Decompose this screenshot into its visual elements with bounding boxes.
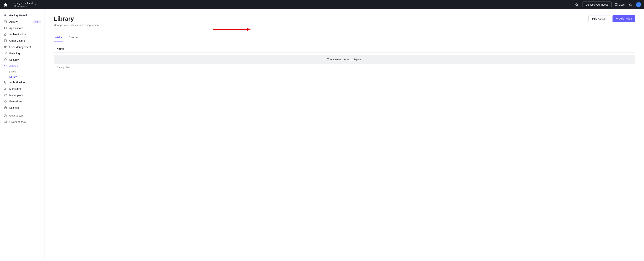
- build-custom-button[interactable]: Build Custom: [588, 15, 610, 22]
- sidebar-item-label: Security: [9, 58, 37, 61]
- svg-point-26: [6, 101, 7, 102]
- feedback-icon: [4, 120, 7, 124]
- svg-marker-35: [247, 28, 251, 31]
- svg-point-0: [576, 3, 578, 5]
- sidebar-item-actions[interactable]: Actions: [0, 63, 44, 69]
- chevron-down-icon: [35, 3, 37, 6]
- docs-label: Docs: [619, 3, 624, 6]
- bars-icon: [4, 87, 7, 90]
- page-actions: Build Custom Add Action: [588, 15, 635, 22]
- svg-point-27: [4, 101, 5, 102]
- sidebar-item-organizations[interactable]: Organizations: [0, 38, 44, 44]
- sidebar-item-label: Activity: [9, 20, 30, 23]
- marketplace-icon: [4, 93, 7, 97]
- bell-icon: [629, 3, 632, 6]
- svg-rect-18: [6, 88, 6, 90]
- svg-point-25: [5, 100, 6, 101]
- chart-icon: [4, 20, 7, 23]
- sidebar-subitem-flows[interactable]: Flows: [9, 69, 44, 74]
- search-icon: [575, 3, 578, 6]
- help-icon: [4, 114, 7, 117]
- sidebar-footer: Get support Give feedback: [0, 112, 44, 125]
- header-left: verify-email-test Development: [3, 2, 37, 7]
- chevron-right-icon: [39, 27, 41, 29]
- sidebar-item-applications[interactable]: Applications: [0, 25, 44, 31]
- gear-icon: [4, 106, 7, 109]
- applications-icon: [4, 26, 7, 30]
- book-icon: [614, 3, 618, 6]
- first-badge: FIRST: [33, 20, 41, 23]
- user-avatar[interactable]: D: [636, 2, 641, 7]
- sidebar-item-label: Applications: [9, 27, 37, 30]
- sidebar-item-label: Getting Started: [9, 14, 41, 17]
- svg-point-29: [5, 107, 6, 108]
- svg-rect-8: [4, 40, 6, 42]
- sidebar-item-activity[interactable]: Activity FIRST: [0, 19, 44, 25]
- sidebar-item-monitoring[interactable]: Monitoring: [0, 86, 44, 92]
- sidebar-item-get-support[interactable]: Get support: [0, 112, 44, 119]
- tenant-info: verify-email-test Development: [14, 2, 33, 7]
- chevron-right-icon: [39, 81, 41, 83]
- svg-point-28: [5, 102, 6, 103]
- page-subtitle: Manage your actions and configuration.: [54, 24, 635, 27]
- auth0-logo[interactable]: [3, 2, 8, 7]
- page-header: Library Build Custom Add Action: [54, 15, 635, 22]
- sidebar-item-extensions[interactable]: Extensions: [0, 98, 44, 105]
- discuss-needs-button[interactable]: Discuss your needs: [582, 1, 612, 8]
- main-content: Library Build Custom Add Action Manage y…: [45, 9, 644, 261]
- tenant-switcher[interactable]: verify-email-test Development: [14, 2, 37, 7]
- building-icon: [4, 39, 7, 42]
- chevron-down-icon: [39, 65, 41, 67]
- layout: Getting Started Activity FIRST Applicati…: [0, 9, 644, 261]
- sidebar-item-label: Monitoring: [9, 87, 37, 90]
- sidebar-item-label: Authentication: [9, 33, 37, 36]
- tab-installed[interactable]: Installed: [54, 34, 63, 42]
- sidebar-item-user-management[interactable]: User Management: [0, 44, 44, 50]
- chevron-right-icon: [39, 88, 41, 90]
- top-header: verify-email-test Development Discuss yo…: [0, 0, 644, 9]
- sidebar-item-label: Marketplace: [9, 94, 41, 97]
- notifications-button[interactable]: [628, 2, 633, 7]
- tab-custom[interactable]: Custom: [68, 34, 78, 42]
- add-action-label: Add Action: [620, 17, 632, 20]
- svg-rect-17: [5, 88, 6, 90]
- sidebar-item-label: Auth Pipeline: [9, 81, 37, 84]
- sidebar-item-label: Branding: [9, 52, 37, 55]
- svg-rect-4: [6, 27, 6, 28]
- sidebar-subitem-library[interactable]: Library: [9, 74, 44, 79]
- search-button[interactable]: [574, 2, 580, 7]
- pipeline-icon: [4, 81, 7, 84]
- table-empty-state: There are no items to display.: [54, 55, 635, 64]
- sidebar-item-authentication[interactable]: Authentication: [0, 31, 44, 38]
- sidebar-item-marketplace[interactable]: Marketplace: [0, 92, 44, 98]
- chevron-right-icon: [39, 33, 41, 35]
- sidebar-item-give-feedback[interactable]: Give feedback: [0, 119, 44, 125]
- sidebar-item-auth-pipeline[interactable]: Auth Pipeline: [0, 79, 44, 86]
- svg-rect-21: [4, 95, 5, 96]
- sidebar-item-label: Organizations: [9, 39, 41, 42]
- sidebar-item-label: Give feedback: [9, 120, 41, 123]
- sidebar-item-security[interactable]: Security: [0, 57, 44, 63]
- sidebar-item-getting-started[interactable]: Getting Started: [0, 12, 44, 19]
- tabs: Installed Custom: [54, 34, 635, 42]
- svg-point-15: [6, 46, 6, 47]
- lock-icon: [4, 33, 7, 36]
- brush-icon: [4, 52, 7, 55]
- svg-rect-20: [6, 94, 6, 95]
- chevron-right-icon: [39, 46, 41, 48]
- svg-rect-6: [6, 28, 6, 29]
- table: Name There are no items to display. 0 in…: [54, 45, 635, 70]
- svg-line-1: [577, 5, 578, 6]
- annotation-arrow: [213, 27, 251, 31]
- puzzle-icon: [4, 100, 7, 103]
- sidebar-item-settings[interactable]: Settings: [0, 105, 44, 111]
- svg-rect-16: [4, 89, 5, 90]
- svg-rect-5: [4, 28, 5, 29]
- add-action-button[interactable]: Add Action: [612, 15, 635, 22]
- sidebar-item-branding[interactable]: Branding: [0, 50, 44, 57]
- svg-rect-3: [4, 27, 5, 28]
- sidebar-item-label: User Management: [9, 46, 37, 49]
- svg-rect-7: [4, 34, 6, 35]
- table-footer: 0 integrations: [54, 64, 635, 70]
- docs-link[interactable]: Docs: [614, 3, 624, 6]
